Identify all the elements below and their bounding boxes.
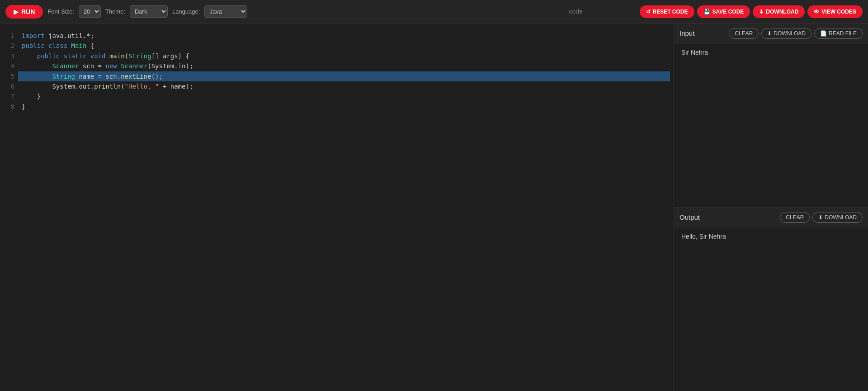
code-line: import java.util.*;: [22, 31, 666, 41]
toolbar: ▶ RUN Font Size: 20 1416182224 Theme: Da…: [0, 0, 868, 24]
view-codes-label: VIEW CODES: [821, 9, 856, 15]
input-download-label: DOWNLOAD: [774, 30, 806, 37]
code-token: Scanner: [22, 62, 79, 70]
code-line: public static void main(String[] args) {: [22, 51, 666, 61]
input-section: Input CLEAR ⬇ DOWNLOAD 📄 READ FILE: [674, 24, 868, 207]
line-number: 3: [5, 51, 14, 61]
code-token: }: [22, 103, 25, 110]
save-icon: 💾: [703, 9, 710, 15]
line-numbers: 12345678: [0, 24, 18, 391]
input-title: Input: [679, 29, 694, 37]
language-select[interactable]: JavaPythonC++CJavaScript: [204, 5, 247, 18]
output-clear-label: CLEAR: [786, 214, 804, 221]
code-name-input[interactable]: [566, 6, 630, 17]
input-header: Input CLEAR ⬇ DOWNLOAD 📄 READ FILE: [674, 24, 868, 43]
code-token: [67, 42, 71, 49]
code-token: }: [22, 93, 41, 100]
code-line: Scanner scn = new Scanner(System.in);: [22, 61, 666, 71]
view-icon: 👁: [814, 9, 819, 15]
output-actions: CLEAR ⬇ DOWNLOAD: [780, 212, 863, 223]
code-token: Scanner: [121, 62, 147, 70]
code-line: }: [22, 91, 666, 101]
code-token: [86, 52, 90, 60]
theme-label: Theme:: [105, 8, 125, 15]
code-token: + name);: [159, 83, 193, 90]
line-number: 2: [5, 41, 14, 51]
editor-area[interactable]: 12345678 import java.util.*;public class…: [0, 24, 674, 391]
output-download-label: DOWNLOAD: [825, 214, 857, 221]
code-token: String: [128, 52, 151, 60]
download-icon: ⬇: [759, 9, 764, 15]
line-number: 7: [5, 91, 14, 101]
output-download-button[interactable]: ⬇ DOWNLOAD: [812, 212, 863, 223]
code-line-highlighted: String name = scn.nextLine();: [18, 71, 670, 81]
file-icon: 📄: [820, 30, 827, 37]
output-clear-button[interactable]: CLEAR: [780, 212, 810, 223]
output-header: Output CLEAR ⬇ DOWNLOAD: [674, 207, 868, 227]
input-download-button[interactable]: ⬇ DOWNLOAD: [761, 28, 811, 39]
code-token: java.util.*;: [45, 32, 94, 39]
code-token: [60, 52, 63, 60]
code-token: [117, 62, 121, 70]
code-token: class: [48, 42, 67, 49]
run-button[interactable]: ▶ RUN: [5, 5, 43, 19]
code-token: name = scn.: [75, 73, 121, 80]
line-number: 8: [5, 102, 14, 112]
read-file-label: READ FILE: [829, 30, 857, 37]
reset-icon: ↺: [646, 9, 651, 15]
code-token: (: [121, 83, 124, 90]
output-dl-icon: ⬇: [818, 214, 823, 221]
code-token: String: [22, 73, 75, 80]
line-number: 5: [5, 71, 14, 81]
code-token: void: [90, 52, 106, 60]
input-clear-button[interactable]: CLEAR: [729, 28, 759, 39]
code-token: (System.in);: [147, 62, 193, 70]
code-token: import: [22, 32, 45, 39]
download-button[interactable]: ⬇ DOWNLOAD: [753, 5, 805, 18]
view-codes-button[interactable]: 👁 VIEW CODES: [807, 5, 863, 18]
output-title: Output: [679, 213, 700, 221]
input-clear-label: CLEAR: [735, 30, 753, 37]
font-size-select[interactable]: 20 1416182224: [79, 5, 101, 18]
input-content[interactable]: Sir Nehra: [674, 43, 868, 207]
code-token: new: [105, 62, 117, 70]
code-token: [105, 52, 109, 60]
save-code-label: SAVE CODE: [712, 9, 744, 15]
code-token: System.out.: [22, 83, 94, 90]
code-token: "Hello, ": [125, 83, 159, 90]
input-text: Sir Nehra: [681, 49, 708, 56]
output-section: Output CLEAR ⬇ DOWNLOAD Hello, Sir Nehra: [674, 207, 868, 391]
theme-select[interactable]: DarkLightMonokai: [130, 5, 168, 18]
line-number: 6: [5, 81, 14, 91]
line-number: 4: [5, 61, 14, 71]
font-size-label: Font Size:: [47, 8, 74, 15]
output-text: Hello, Sir Nehra: [681, 233, 726, 240]
code-token: main: [109, 52, 125, 60]
code-token: public: [22, 42, 45, 49]
input-actions: CLEAR ⬇ DOWNLOAD 📄 READ FILE: [729, 28, 863, 39]
run-label: RUN: [21, 8, 35, 15]
code-token: scn =: [79, 62, 105, 70]
read-file-button[interactable]: 📄 READ FILE: [814, 28, 863, 39]
reset-code-button[interactable]: ↺ RESET CODE: [640, 5, 694, 18]
code-token: public: [22, 52, 60, 60]
reset-code-label: RESET CODE: [653, 9, 688, 15]
code-line: public class Main {: [22, 41, 666, 51]
download-label: DOWNLOAD: [766, 9, 798, 15]
line-number: 1: [5, 31, 14, 41]
code-token: (: [125, 52, 128, 60]
code-token: {: [86, 42, 94, 49]
toolbar-actions: ↺ RESET CODE 💾 SAVE CODE ⬇ DOWNLOAD 👁 VI…: [640, 5, 863, 18]
main-area: 12345678 import java.util.*;public class…: [0, 24, 868, 391]
code-editor[interactable]: import java.util.*;public class Main { p…: [18, 24, 674, 391]
input-dl-icon: ⬇: [767, 30, 772, 37]
save-code-button[interactable]: 💾 SAVE CODE: [697, 5, 750, 18]
run-icon: ▶: [14, 8, 19, 15]
code-token: ();: [151, 73, 163, 80]
code-token: [45, 42, 48, 49]
code-token: static: [64, 52, 87, 60]
right-panel: Input CLEAR ⬇ DOWNLOAD 📄 READ FILE: [674, 24, 868, 391]
code-token: [] args) {: [151, 52, 189, 60]
code-line: }: [22, 102, 666, 112]
code-line: System.out.println("Hello, " + name);: [22, 81, 666, 91]
